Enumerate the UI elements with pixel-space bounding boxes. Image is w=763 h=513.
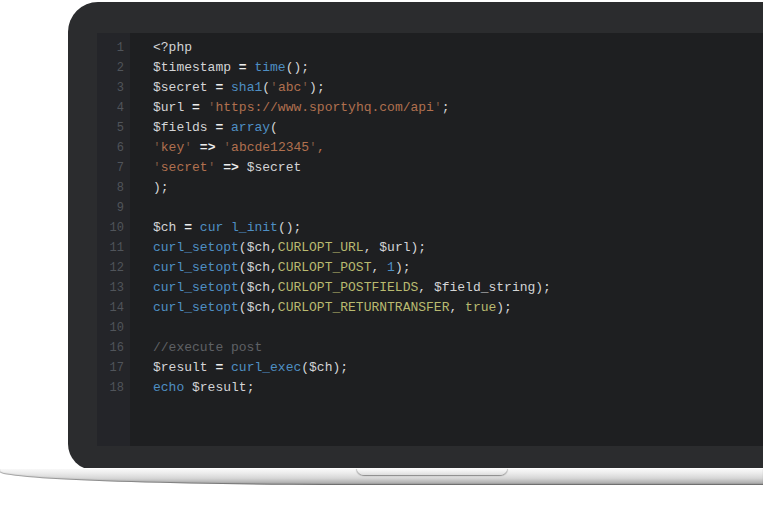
code-line: 4 $url = 'https://www.sportyhq.com/api';	[97, 98, 763, 118]
code-line: 16 //execute post	[97, 338, 763, 358]
code-line-content: //execute post	[130, 338, 262, 358]
code-line-content: 'secret' => $secret	[130, 158, 301, 178]
code-line-content: $timestamp = time();	[130, 58, 309, 78]
laptop-base-notch	[357, 468, 507, 475]
code-line: 10 $ch = cur l_init();	[97, 218, 763, 238]
code-line: 6 'key' => 'abcde12345',	[97, 138, 763, 158]
code-line-content: $fields = array(	[130, 118, 278, 138]
line-number: 16	[97, 338, 130, 358]
line-number: 12	[97, 258, 130, 278]
line-number: 10	[97, 318, 130, 338]
code-line-content: $ch = cur l_init();	[130, 218, 301, 238]
code-line: 17 $result = curl_exec($ch);	[97, 358, 763, 378]
code-line: 11 curl_setopt($ch,CURLOPT_URL, $url);	[97, 238, 763, 258]
code-lines-container: 1 <?php 2 $timestamp = time(); 3 $secret…	[97, 33, 763, 398]
code-line-content: $secret = sha1('abc');	[130, 78, 325, 98]
line-number: 1	[97, 38, 130, 58]
line-number: 5	[97, 118, 130, 138]
code-line-content: 'key' => 'abcde12345',	[130, 138, 325, 158]
line-number: 7	[97, 158, 130, 178]
code-line-content	[130, 198, 153, 218]
line-number: 6	[97, 138, 130, 158]
code-line: 14 curl_setopt($ch,CURLOPT_RETURNTRANSFE…	[97, 298, 763, 318]
code-line-content	[130, 318, 153, 338]
line-number: 13	[97, 278, 130, 298]
code-line-content: curl_setopt($ch,CURLOPT_POST, 1);	[130, 258, 411, 278]
line-number: 10	[97, 218, 130, 238]
code-line-content: curl_setopt($ch,CURLOPT_POSTFIELDS, $fie…	[130, 278, 551, 298]
code-line-content: $result = curl_exec($ch);	[130, 358, 348, 378]
line-number: 8	[97, 178, 130, 198]
code-line-content: $url = 'https://www.sportyhq.com/api';	[130, 98, 450, 118]
code-line-content: echo $result;	[130, 378, 254, 398]
code-line: 13 curl_setopt($ch,CURLOPT_POSTFIELDS, $…	[97, 278, 763, 298]
laptop-mockup: 1 <?php 2 $timestamp = time(); 3 $secret…	[0, 0, 763, 513]
line-number: 18	[97, 378, 130, 398]
code-line: 2 $timestamp = time();	[97, 58, 763, 78]
line-number: 2	[97, 58, 130, 78]
laptop-base	[0, 468, 763, 485]
line-number: 11	[97, 238, 130, 258]
line-number: 14	[97, 298, 130, 318]
code-line-content: );	[130, 178, 169, 198]
line-number: 17	[97, 358, 130, 378]
line-number: 9	[97, 198, 130, 218]
code-line: 18 echo $result;	[97, 378, 763, 398]
code-line: 12 curl_setopt($ch,CURLOPT_POST, 1);	[97, 258, 763, 278]
code-line: 3 $secret = sha1('abc');	[97, 78, 763, 98]
code-line: 8 );	[97, 178, 763, 198]
code-editor: 1 <?php 2 $timestamp = time(); 3 $secret…	[97, 33, 763, 446]
code-line: 5 $fields = array(	[97, 118, 763, 138]
code-line: 1 <?php	[97, 38, 763, 58]
line-number: 3	[97, 78, 130, 98]
line-number: 4	[97, 98, 130, 118]
code-line: 10	[97, 318, 763, 338]
code-line-content: curl_setopt($ch,CURLOPT_URL, $url);	[130, 238, 426, 258]
code-line: 7 'secret' => $secret	[97, 158, 763, 178]
code-line: 9	[97, 198, 763, 218]
code-line-content: <?php	[130, 38, 192, 58]
code-line-content: curl_setopt($ch,CURLOPT_RETURNTRANSFER, …	[130, 298, 512, 318]
